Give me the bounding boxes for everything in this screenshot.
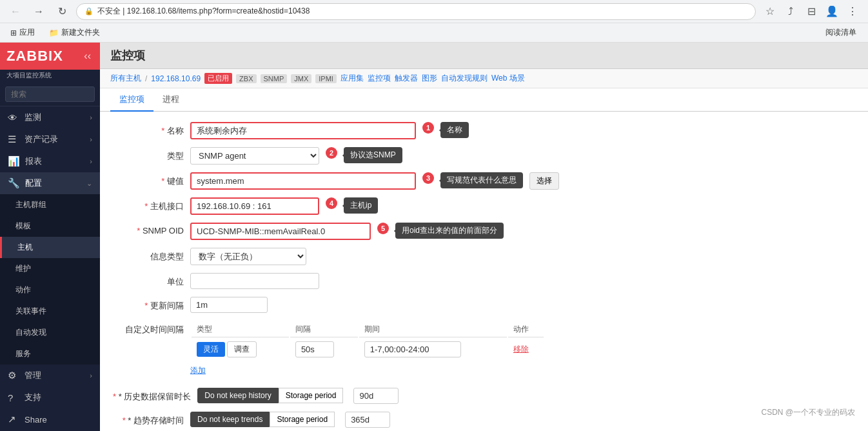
breadcrumb-triggers[interactable]: 触发器	[395, 73, 418, 84]
breadcrumb-monitor-items[interactable]: 监控项	[368, 73, 391, 84]
tooltip-num-5: 5	[377, 223, 389, 234]
forward-button[interactable]: →	[30, 3, 48, 21]
url-text: 不安全 | 192.168.10.68/items.php?form=creat…	[97, 6, 310, 17]
add-interval-button[interactable]: 添加	[190, 365, 206, 376]
breadcrumb-badge-snmp[interactable]: SNMP	[261, 74, 288, 83]
tab-items[interactable]: 监控项	[110, 88, 153, 112]
key-input[interactable]	[190, 172, 416, 190]
type-tooltip: 协议选SNMP	[344, 147, 402, 163]
snmp-oid-input[interactable]	[190, 223, 371, 240]
share-button[interactable]: ⤴	[782, 3, 800, 21]
form-row-update-interval: 更新间隔	[113, 297, 855, 313]
sidebar-item-admin[interactable]: ⚙ 管理 ›	[0, 365, 100, 386]
new-folder-bookmark[interactable]: 📁 新建文件夹	[44, 25, 105, 40]
trends-no-keep-button[interactable]: Do not keep trends	[190, 412, 270, 427]
breadcrumb-all-hosts[interactable]: 所有主机	[110, 73, 141, 84]
breadcrumb-badge-ipmi[interactable]: IPMI	[315, 74, 337, 83]
form-row-key: 键值 3 写规范代表什么意思 选择	[113, 172, 855, 190]
sidebar-item-discovery[interactable]: 自动发现	[0, 322, 100, 343]
breadcrumb-host-ip[interactable]: 192.168.10.69	[151, 74, 201, 83]
tab-process[interactable]: 进程	[153, 88, 188, 112]
sidebar-search-input[interactable]	[5, 86, 95, 102]
sidebar-item-share[interactable]: ↗ Share	[0, 408, 100, 430]
sidebar-item-correlation[interactable]: 关联事件	[0, 301, 100, 322]
tooltip-num-2: 2	[326, 147, 337, 159]
breadcrumb-app-sets[interactable]: 应用集	[340, 73, 364, 84]
sidebar-item-label-assets: 资产记录	[25, 134, 84, 145]
breadcrumb-sep-1: /	[145, 74, 147, 83]
profile-button[interactable]: 👤	[823, 3, 841, 21]
sidebar-collapse-button[interactable]: ‹‹	[81, 49, 94, 63]
custom-intervals-label: 自定义时间间隔	[113, 321, 184, 336]
sidebar-item-actions[interactable]: 动作	[0, 279, 100, 301]
sidebar-search-container	[0, 83, 100, 106]
sidebar-item-hosts[interactable]: 主机	[0, 237, 100, 258]
breadcrumb-discovery-rules[interactable]: 自动发现规则	[441, 73, 488, 84]
key-tooltip: 写规范代表什么意思	[440, 172, 523, 188]
history-storage-period-button[interactable]: Storage period	[279, 388, 344, 403]
unit-input[interactable]	[190, 273, 319, 289]
back-button[interactable]: ←	[6, 3, 25, 21]
interface-tooltip: 主机ip	[344, 197, 378, 214]
history-no-keep-button[interactable]: Do not keep history	[197, 388, 278, 403]
apps-button[interactable]: ⊞ 应用	[6, 25, 39, 40]
interval-input[interactable]	[295, 341, 334, 357]
form-row-history: * 历史数据保留时长 Do not keep history Storage p…	[113, 388, 855, 404]
tabs-bar: 监控项 进程	[100, 88, 868, 112]
trends-label: * 趋势存储时间	[113, 412, 184, 426]
info-type-select[interactable]: 数字（无正负）	[190, 248, 306, 265]
form-row-custom-intervals: 自定义时间间隔 类型 间隔 期间 动作	[113, 321, 855, 380]
sidebar-config-submenu: 主机群组 模板 主机 维护 动作 关联事件 自动发现 服务	[0, 194, 100, 365]
assets-icon: ☰	[8, 134, 19, 145]
period-input[interactable]	[364, 341, 461, 357]
sidebar-item-reports[interactable]: 📊 报表 ›	[0, 150, 100, 172]
interval-type-btn-scheduling[interactable]: 调查	[227, 341, 257, 357]
menu-button[interactable]: ⋮	[843, 3, 862, 21]
share-sidebar-icon: ↗	[8, 414, 19, 425]
breadcrumb: 所有主机 / 192.168.10.69 已启用 ZBX SNMP JMX IP…	[100, 69, 868, 88]
sidebar-item-monitor[interactable]: 👁 监测 ›	[0, 106, 100, 128]
grid-icon: ⊞	[10, 28, 17, 37]
sidebar-item-host-groups[interactable]: 主机群组	[0, 194, 100, 216]
form-row-trends: * 趋势存储时间 Do not keep trends Storage peri…	[113, 412, 855, 428]
page-title: 监控项	[100, 43, 868, 69]
snmp-oid-tooltip: 用oid查出来的值的前面部分	[395, 223, 504, 239]
reading-mode-button[interactable]: 阅读清单	[820, 25, 862, 40]
type-select[interactable]: SNMP agent	[190, 147, 319, 165]
folder-icon: 📁	[49, 28, 59, 37]
history-period-input[interactable]	[353, 388, 399, 404]
breadcrumb-web-scenarios[interactable]: Web 场景	[491, 73, 525, 84]
name-input[interactable]	[190, 122, 416, 139]
form-row-info-type: 信息类型 数字（无正负）	[113, 248, 855, 265]
logo-subtitle: 大项目监控系统	[0, 70, 100, 83]
update-interval-label: 更新间隔	[113, 297, 184, 312]
breadcrumb-badge-enabled[interactable]: 已启用	[204, 73, 232, 84]
tooltip-num-3: 3	[422, 172, 434, 184]
reports-icon: 📊	[8, 155, 20, 167]
sidebar-item-config[interactable]: 🔧 配置 ⌄	[0, 172, 100, 194]
sidebar-item-services[interactable]: 服务	[0, 343, 100, 365]
interval-type-btn-flexible[interactable]: 灵活	[197, 342, 225, 357]
breadcrumb-badge-jmx[interactable]: JMX	[291, 74, 311, 83]
address-bar[interactable]: 🔒 不安全 | 192.168.10.68/items.php?form=cre…	[76, 3, 756, 20]
refresh-button[interactable]: ↻	[53, 3, 71, 21]
support-icon: ?	[8, 392, 19, 403]
key-select-button[interactable]: 选择	[529, 172, 559, 190]
sidebar-item-maintenance[interactable]: 维护	[0, 258, 100, 279]
interface-input[interactable]	[190, 197, 319, 215]
star-button[interactable]: ☆	[761, 3, 779, 21]
sidebar-item-support[interactable]: ? 支持	[0, 386, 100, 408]
sidebar-item-assets[interactable]: ☰ 资产记录 ›	[0, 128, 100, 150]
remove-interval-button[interactable]: 移除	[513, 344, 529, 355]
collections-button[interactable]: ⊟	[802, 3, 820, 21]
trends-period-input[interactable]	[345, 412, 390, 428]
breadcrumb-badge-zbx[interactable]: ZBX	[236, 74, 256, 83]
trends-storage-period-button[interactable]: Storage period	[270, 412, 335, 427]
breadcrumb-graphs[interactable]: 图形	[422, 73, 437, 84]
history-btn-group: Do not keep history Storage period	[197, 388, 343, 403]
sidebar-item-label-hosts: 主机	[17, 242, 92, 253]
sidebar-item-templates[interactable]: 模板	[0, 216, 100, 237]
chevron-down-icon-config: ⌄	[86, 179, 92, 188]
update-interval-input[interactable]	[190, 297, 268, 313]
sidebar-item-label-host-groups: 主机群组	[15, 199, 92, 210]
